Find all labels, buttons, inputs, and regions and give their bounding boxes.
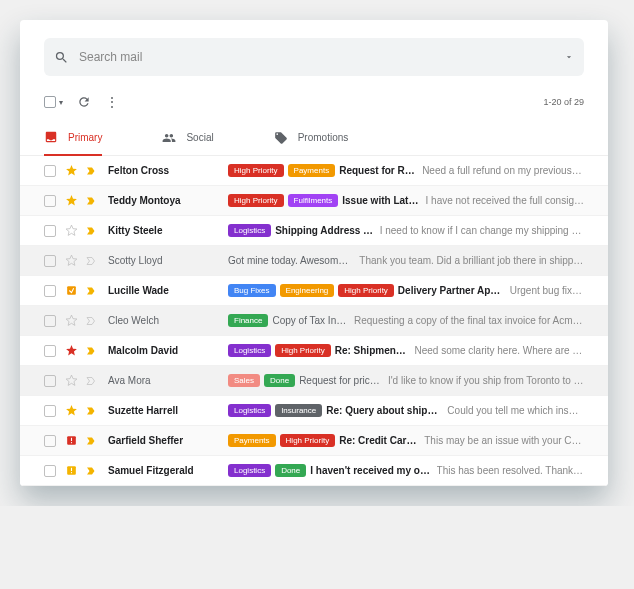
row-checkbox[interactable] [44,165,56,177]
mail-label: Fulfilments [288,194,339,207]
email-row[interactable]: Cleo WelchFinanceCopy of Tax InvoiceRequ… [20,306,608,336]
row-checkbox[interactable] [44,195,56,207]
pagination-count: 1-20 of 29 [543,97,584,107]
inbox-icon [44,130,58,144]
mail-label: Bug Fixes [228,284,276,297]
row-checkbox[interactable] [44,315,56,327]
snippet: Need a full refund on my previous order … [422,165,584,176]
svg-rect-3 [70,442,71,443]
svg-rect-5 [70,468,71,471]
mail-label: Done [275,464,306,477]
star-icon[interactable] [64,224,78,237]
importance-icon[interactable] [84,375,98,387]
tab-promotions[interactable]: Promotions [274,120,349,155]
category-tabs: PrimarySocialPromotions [20,120,608,156]
row-content: PaymentsHigh PriorityRe: Credit Card Dec… [228,434,584,447]
importance-icon[interactable] [84,405,98,417]
select-all-checkbox[interactable] [44,96,56,108]
mail-label: High Priority [228,194,284,207]
importance-icon[interactable] [84,465,98,477]
search-input[interactable] [79,50,564,64]
row-checkbox[interactable] [44,255,56,267]
search-bar[interactable] [44,38,584,76]
email-row[interactable]: Teddy MontoyaHigh PriorityFulfilmentsIss… [20,186,608,216]
star-icon[interactable] [64,164,78,177]
snippet: Requesting a copy of the final tax invoi… [354,315,584,326]
row-content: High PriorityPaymentsRequest for RefundN… [228,164,584,177]
search-options-icon[interactable] [564,52,574,62]
row-content: Got mine today. Awesome stuff.Thank you … [228,255,584,266]
sender: Samuel Fitzgerald [108,465,228,476]
star-icon[interactable] [64,254,78,267]
subject: Shipping Address Change [275,225,374,236]
email-row[interactable]: Ava MoraSalesDoneRequest for price quote… [20,366,608,396]
more-icon[interactable]: ⋮ [105,94,119,110]
importance-icon[interactable] [84,315,98,327]
toolbar: ▾ ⋮ 1-20 of 29 [20,88,608,120]
snippet: I'd like to know if you ship from Toront… [388,375,584,386]
tag-icon [274,131,288,145]
star-icon[interactable] [64,434,78,447]
svg-rect-0 [67,286,76,295]
select-dropdown-icon[interactable]: ▾ [59,98,63,107]
email-row[interactable]: Kitty SteeleLogisticsShipping Address Ch… [20,216,608,246]
tab-social[interactable]: Social [162,120,213,155]
importance-icon[interactable] [84,225,98,237]
importance-icon[interactable] [84,165,98,177]
subject: I haven't received my order [310,465,430,476]
snippet: I need to know if I can change my shippi… [380,225,584,236]
svg-rect-6 [70,472,71,473]
snippet: I have not received the full consignment… [426,195,584,206]
email-row[interactable]: Garfield ShefferPaymentsHigh PriorityRe:… [20,426,608,456]
snippet: This may be an issue with your Credit Ca… [424,435,584,446]
row-content: FinanceCopy of Tax InvoiceRequesting a c… [228,314,584,327]
email-row[interactable]: Felton CrossHigh PriorityPaymentsRequest… [20,156,608,186]
row-checkbox[interactable] [44,345,56,357]
tab-label: Promotions [298,132,349,143]
star-icon[interactable] [64,374,78,387]
importance-icon[interactable] [84,285,98,297]
star-icon[interactable] [64,404,78,417]
row-checkbox[interactable] [44,285,56,297]
row-checkbox[interactable] [44,465,56,477]
tab-primary[interactable]: Primary [44,120,102,156]
email-row[interactable]: Scotty LloydGot mine today. Awesome stuf… [20,246,608,276]
sender: Teddy Montoya [108,195,228,206]
mail-label: High Priority [338,284,394,297]
email-row[interactable]: Malcolm DavidLogisticsHigh PriorityRe: S… [20,336,608,366]
snippet: Could you tell me which insurance provid… [447,405,584,416]
email-row[interactable]: Suzette HarrellLogisticsInsuranceRe: Que… [20,396,608,426]
importance-icon[interactable] [84,255,98,267]
star-icon[interactable] [64,194,78,207]
snippet: Need some clarity here. Where are my ord… [414,345,584,356]
importance-icon[interactable] [84,435,98,447]
importance-icon[interactable] [84,345,98,357]
star-icon[interactable] [64,344,78,357]
row-checkbox[interactable] [44,375,56,387]
sender: Lucille Wade [108,285,228,296]
row-content: LogisticsShipping Address ChangeI need t… [228,224,584,237]
sender: Felton Cross [108,165,228,176]
email-row[interactable]: Lucille WadeBug FixesEngineeringHigh Pri… [20,276,608,306]
tab-label: Primary [68,132,102,143]
sender: Garfield Sheffer [108,435,228,446]
sender: Scotty Lloyd [108,255,228,266]
mail-label: Logistics [228,464,271,477]
row-checkbox[interactable] [44,225,56,237]
mail-label: Sales [228,374,260,387]
email-row[interactable]: Samuel FitzgeraldLogisticsDoneI haven't … [20,456,608,486]
snippet: This has been resolved. Thank you. [437,465,584,476]
importance-icon[interactable] [84,195,98,207]
subject: Copy of Tax Invoice [272,315,348,326]
row-content: SalesDoneRequest for price quoteI'd like… [228,374,584,387]
star-icon[interactable] [64,314,78,327]
subject: Issue with Latest Order [342,195,419,206]
row-checkbox[interactable] [44,435,56,447]
row-checkbox[interactable] [44,405,56,417]
star-icon[interactable] [64,284,78,297]
snippet: Thank you team. Did a brilliant job ther… [359,255,584,266]
row-content: LogisticsInsuranceRe: Query about shippi… [228,404,584,417]
refresh-icon[interactable] [77,95,91,109]
star-icon[interactable] [64,464,78,477]
mail-label: Finance [228,314,268,327]
